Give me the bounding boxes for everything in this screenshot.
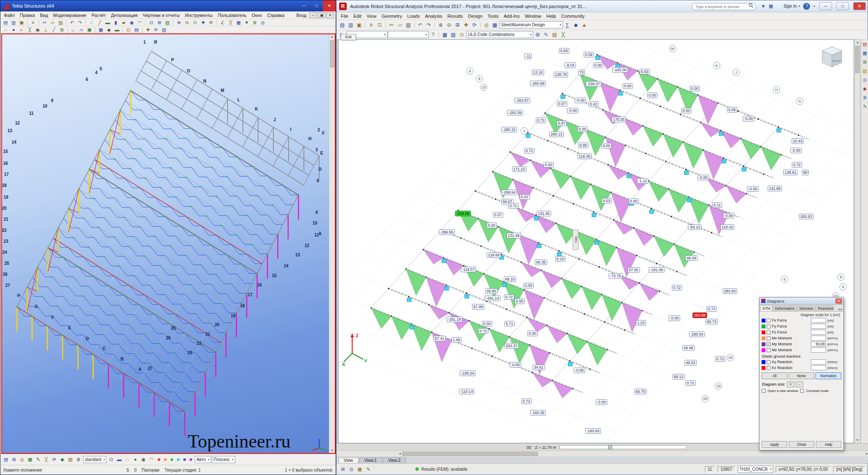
snap-status-icon[interactable]: ◎ (348, 466, 355, 472)
tab-scroll-icons[interactable]: ◂ ▸ (837, 308, 843, 311)
paste-icon[interactable]: ▨ (57, 19, 64, 26)
menu-item-моделирование[interactable]: Моделирование (50, 12, 89, 19)
rotate-3d-icon[interactable]: ⟳ (470, 21, 479, 29)
tekla-titlebar[interactable]: Tekla Structures x64 ─ □ ✕ (0, 0, 336, 11)
points-icon[interactable]: ∴ (123, 456, 131, 463)
save-project-icon[interactable]: ▣ (355, 21, 363, 29)
ortho-icon[interactable]: ∟ (70, 27, 77, 33)
bolt-icon[interactable]: ◉ (139, 456, 147, 463)
point-tool-icon[interactable]: ∴ (88, 19, 95, 26)
new-model-icon[interactable]: ▤ (2, 19, 9, 26)
select-component-icon[interactable]: ◆ (105, 27, 113, 33)
paste-icon[interactable]: ▨ (404, 21, 412, 29)
bar-selection-combo[interactable]: ▾ (388, 31, 428, 38)
object-inspector-icon[interactable]: ▦ (441, 31, 449, 39)
help-button[interactable]: Help (816, 441, 841, 448)
rotate-icon[interactable]: ⟳ (152, 27, 160, 33)
parts-icon[interactable]: ◆ (58, 456, 66, 463)
snap-grid-icon[interactable]: ⊞ (58, 27, 66, 33)
scroll-left-icon[interactable]: ◄ (398, 452, 401, 455)
print-icon[interactable]: ≡ (367, 21, 375, 29)
plate-tool-icon[interactable]: ▰ (120, 19, 128, 26)
design-module-combo[interactable]: Steel/Aluminum Design▾ (499, 21, 563, 28)
auto-combo[interactable]: Авто▾ (195, 456, 211, 463)
print-icon[interactable]: ≡ (29, 19, 37, 26)
snap-perpendicular-icon[interactable]: ⊥ (42, 27, 50, 33)
copy-icon[interactable]: ▱ (396, 21, 404, 29)
menu-item-geometry[interactable]: Geometry (379, 13, 404, 19)
view-tab-view-2[interactable]: View.2 (383, 457, 406, 463)
select-all-icon[interactable]: ▦ (97, 27, 105, 33)
update-icon[interactable]: ⟳ (50, 456, 58, 463)
named-view-icon[interactable]: ▤ (133, 27, 140, 33)
minimize-button[interactable]: ─ (298, 0, 310, 11)
menu-item-детализация[interactable]: Детализация (108, 12, 140, 19)
bolt-tool-icon[interactable]: ◉ (128, 19, 136, 26)
close-view-icon[interactable]: ╳ (559, 31, 567, 39)
menu-item-edit[interactable]: Edit (351, 13, 364, 19)
level-slider[interactable] (559, 445, 687, 449)
snap-points-icon[interactable]: ∴ (2, 27, 9, 33)
snap-mid-icon[interactable]: ◐ (18, 27, 25, 33)
zoom-out-icon[interactable]: ⊖ (183, 19, 191, 26)
scroll-right-icon[interactable]: ► (865, 452, 868, 455)
zoom-in-icon[interactable]: ⊕ (437, 21, 445, 29)
snap-center-icon[interactable]: ◉ (34, 27, 42, 33)
scale-input-fy-force[interactable] (811, 324, 826, 329)
phase-color-icon-2[interactable]: ■ (162, 457, 168, 462)
robot-minimize-button[interactable]: ─ (819, 2, 832, 10)
clash-check-icon[interactable]: ╳ (227, 19, 234, 26)
viewcube[interactable]: RIGHT (820, 45, 844, 69)
snap-settings-icon[interactable]: ⊙ (458, 31, 466, 39)
menu-item-loads[interactable]: Loads (405, 13, 423, 19)
scale-input-ky-reaction[interactable] (811, 359, 826, 364)
menu-item-add-ins[interactable]: Add-Ins (501, 13, 522, 19)
view-3d-icon[interactable]: ⊡ (147, 19, 155, 26)
checkbox-open-a-new-window[interactable] (762, 389, 765, 393)
weld-tool-icon[interactable]: ◠ (136, 19, 144, 26)
signin-button[interactable]: Sign In ▾ (778, 4, 800, 8)
normalize-button[interactable]: Normalize (815, 372, 841, 379)
menu-item-design[interactable]: Design (465, 13, 485, 19)
dialog-tab-deformation[interactable]: Deformation (773, 306, 796, 311)
zoom-in-icon[interactable]: ⊕ (175, 19, 183, 26)
undo-icon[interactable]: ↶ (416, 21, 424, 29)
search-input[interactable] (692, 3, 756, 10)
robot-horizontal-scrollbar[interactable]: ◄ ► (337, 450, 868, 456)
plane-combo[interactable]: Плоскос▾ (212, 456, 235, 463)
calculations-icon[interactable]: ∑ (563, 21, 571, 29)
close-button[interactable]: Close (789, 441, 814, 448)
menu-item-правка[interactable]: Правка (17, 12, 37, 19)
verification-icon[interactable]: ▲ (580, 21, 588, 29)
menu-item-чертежи-и-отчеты[interactable]: Чертежи и отчеты (140, 12, 182, 19)
dialog-tab-ntm[interactable]: NTM (760, 306, 772, 311)
menu-item-help[interactable]: Help (544, 13, 559, 19)
tekla-viewport[interactable]: 1RPONMLKJIH54691011121314151617181920212… (1, 33, 336, 454)
view-mode-icon[interactable]: ⊞ (339, 466, 347, 472)
grid-toggle-icon[interactable]: ⊞ (10, 456, 18, 463)
view-list-icon[interactable]: ⊞ (156, 19, 163, 26)
dialog-tab-stresses[interactable]: Stresses (797, 306, 815, 311)
rotate-view-icon[interactable]: ⟳ (207, 19, 215, 26)
redo-icon[interactable]: ↷ (76, 19, 84, 26)
stress-panel-icon[interactable]: ▧ (862, 68, 868, 74)
scroll-down-icon[interactable]: ▼ (331, 448, 334, 453)
scale-input-fz-force[interactable] (811, 330, 826, 335)
delete-icon[interactable]: ╳ (42, 456, 50, 463)
apps-icon[interactable]: ▦ (767, 3, 775, 9)
weld-icon[interactable]: ◠ (147, 456, 155, 463)
exit-button[interactable]: Exit (341, 34, 356, 40)
checkbox-fx-force[interactable] (767, 319, 771, 322)
close-button[interactable]: ✕ (323, 0, 336, 11)
menu-item-файл[interactable]: Файл (1, 12, 17, 19)
menu-item-вид[interactable]: Вид (37, 12, 50, 19)
analysis-params-icon[interactable]: ◆ (572, 21, 580, 29)
select-filter-icon[interactable]: ▤ (2, 456, 10, 463)
phase-color-icon-1[interactable]: ■ (156, 457, 162, 462)
checkbox-my-moment[interactable]: ✓ (767, 342, 771, 346)
mdi-close-button[interactable]: ✕ (326, 12, 334, 18)
deformation-panel-icon[interactable]: ≣ (862, 94, 868, 101)
grid-status-icon[interactable]: ▦ (356, 466, 364, 472)
menu-item-инструменты[interactable]: Инструменты (182, 12, 215, 19)
load-case-combo[interactable]: ULS Code Combinations▾ (466, 31, 533, 38)
